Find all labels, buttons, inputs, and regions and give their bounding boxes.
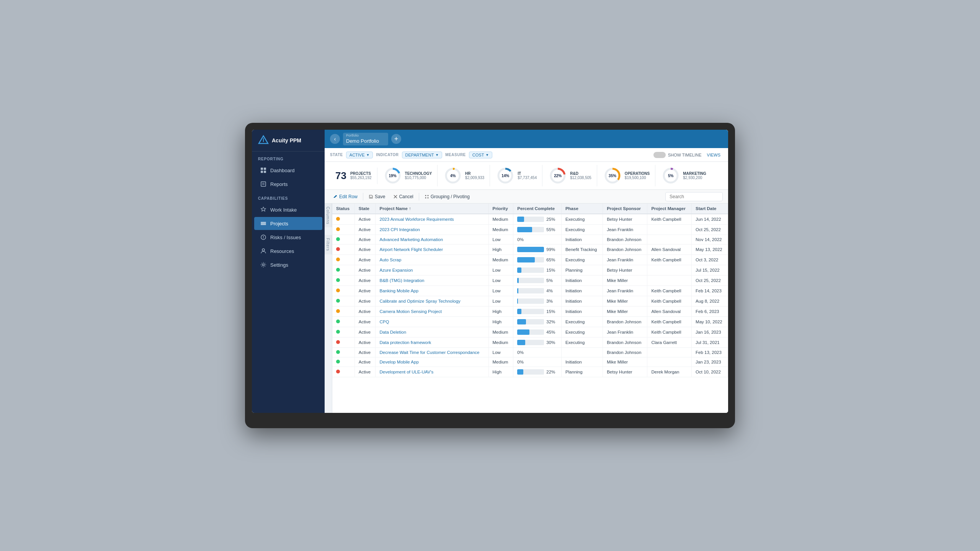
project-link[interactable]: CPQ [379,320,389,324]
project-link[interactable]: Camera Motion Sensing Project [379,309,441,314]
cell-name[interactable]: Data Deletion [376,327,488,337]
sidebar-item-risks[interactable]: Risks / Issues [254,231,322,244]
cell-priority: Medium [488,327,513,337]
metric-projects: 73 PROJECTS $55,263,192 [330,168,377,184]
table-row[interactable]: Active 2023 Annual Workforce Requirement… [332,214,728,225]
table-row[interactable]: Active Airport Network Flight Scheduler … [332,245,728,255]
cost-filter-chip[interactable]: COST ▼ [469,152,492,158]
table-row[interactable]: Active 2023 CPI Integration Medium 55% E… [332,225,728,235]
table-row[interactable]: Active B&B (TMG) Integration Low 5% Init… [332,276,728,286]
project-link[interactable]: Data Deletion [379,330,406,334]
svg-rect-29 [370,197,372,198]
sidebar-item-dashboard[interactable]: Dashboard [254,164,322,177]
operations-value: $19,500,100 [625,176,650,180]
cell-name[interactable]: Develop Mobile App [376,357,488,367]
technology-title: TECHNOLOGY [405,171,432,176]
search-input[interactable] [665,192,723,201]
back-button[interactable]: ‹ [330,134,340,144]
project-link[interactable]: 2023 Annual Workforce Requirements [379,217,454,222]
cell-start: Jul 31, 2021 [692,337,728,348]
cell-state: Active [354,235,376,245]
cell-name[interactable]: CPQ [376,317,488,327]
cell-name[interactable]: 2023 CPI Integration [376,225,488,235]
cell-name[interactable]: Development of ULE-UAV's [376,367,488,377]
project-link[interactable]: Auto Scrap [379,258,401,262]
cell-priority: High [488,367,513,377]
save-icon [369,194,373,199]
project-link[interactable]: Calibrate and Optimize Spray Technology [379,299,460,303]
sidebar-item-reports[interactable]: Reports [254,178,322,191]
project-link[interactable]: Banking Mobile App [379,289,418,293]
svg-point-36 [427,197,428,198]
cell-name[interactable]: Auto Scrap [376,255,488,265]
project-link[interactable]: Airport Network Flight Scheduler [379,247,443,252]
save-button[interactable]: Save [366,192,388,201]
sidebar-item-settings[interactable]: Settings [254,258,322,271]
project-link[interactable]: Advanced Marketing Automation [379,237,443,242]
table-row[interactable]: Active CPQ High 32% Executing Brandon Jo… [332,317,728,327]
table-row[interactable]: Active Data Deletion Medium 45% Executin… [332,327,728,337]
cell-name[interactable]: Azure Expansion [376,265,488,276]
cell-state: Active [354,245,376,255]
table-row[interactable]: Active Calibrate and Optimize Spray Tech… [332,296,728,306]
project-link[interactable]: Development of ULE-UAV's [379,370,433,374]
cell-percent: 65% [513,255,562,265]
filters-panel[interactable]: Filters [325,235,332,254]
cell-name[interactable]: Data protection framework [376,337,488,348]
cell-priority: High [488,245,513,255]
cell-phase: Planning [561,265,603,276]
table-row[interactable]: Active Decrease Wait Time for Customer C… [332,348,728,357]
progress-bar-container: 45% [517,329,557,335]
grouping-button[interactable]: Grouping / Pivoting [421,192,473,201]
cell-state: Active [354,296,376,306]
table-row[interactable]: Active Azure Expansion Low 15% Planning … [332,265,728,276]
status-dot [336,309,340,313]
table-row[interactable]: Active Auto Scrap Medium 65% Executing J… [332,255,728,265]
hr-info: HR $2,009,933 [465,171,484,180]
cell-sponsor: Brandon Johnson [603,337,647,348]
sidebar-item-resources[interactable]: Resources [254,245,322,258]
sidebar-item-work-intake[interactable]: Work Intake [254,203,322,216]
columns-panel[interactable]: Columns [325,204,332,227]
cell-name[interactable]: Calibrate and Optimize Spray Technology [376,296,488,306]
table-row[interactable]: Active Camera Motion Sensing Project Hig… [332,306,728,317]
cell-name[interactable]: Airport Network Flight Scheduler [376,245,488,255]
table-row[interactable]: Active Data protection framework Medium … [332,337,728,348]
project-link[interactable]: 2023 CPI Integration [379,227,420,232]
cell-name[interactable]: Camera Motion Sensing Project [376,306,488,317]
add-portfolio-button[interactable]: + [391,134,401,144]
sidebar-item-projects[interactable]: Projects [254,217,322,230]
project-link[interactable]: Azure Expansion [379,268,413,272]
project-link[interactable]: Decrease Wait Time for Customer Correspo… [379,350,479,355]
views-button[interactable]: VIEWS [705,152,723,158]
cell-start: Feb 14, 2023 [692,286,728,296]
timeline-toggle-switch[interactable] [653,152,666,158]
cell-percent: 15% [513,265,562,276]
cancel-icon [394,195,397,199]
progress-fill [517,227,532,232]
table-row[interactable]: Active Develop Mobile App Medium 0% Init… [332,357,728,367]
project-link[interactable]: Data protection framework [379,340,431,345]
pct-label: 4% [546,289,553,293]
dashboard-icon [260,167,266,173]
metric-rd: 22% R&D $12,038,505 [544,165,597,186]
department-filter-chip[interactable]: DEPARTMENT ▼ [402,152,443,158]
cancel-button[interactable]: Cancel [390,192,416,201]
cell-name[interactable]: 2023 Annual Workforce Requirements [376,214,488,225]
project-link[interactable]: Develop Mobile App [379,360,418,364]
cell-name[interactable]: B&B (TMG) Integration [376,276,488,286]
edit-row-button[interactable]: Edit Row [330,192,361,201]
rd-info: R&D $12,038,505 [570,171,591,180]
state-filter-chip[interactable]: ACTIVE ▼ [346,152,373,158]
project-link[interactable]: B&B (TMG) Integration [379,278,424,283]
cell-name[interactable]: Advanced Marketing Automation [376,235,488,245]
portfolio-selector[interactable]: Portfolio Demo Portfolio [343,133,388,145]
table-row[interactable]: Active Development of ULE-UAV's High 22%… [332,367,728,377]
cell-name[interactable]: Banking Mobile App [376,286,488,296]
cell-status [332,306,354,317]
table-row[interactable]: Active Advanced Marketing Automation Low… [332,235,728,245]
settings-label: Settings [270,262,288,268]
cell-phase: Executing [561,327,603,337]
table-row[interactable]: Active Banking Mobile App Low 4% Initiat… [332,286,728,296]
cell-name[interactable]: Decrease Wait Time for Customer Correspo… [376,348,488,357]
